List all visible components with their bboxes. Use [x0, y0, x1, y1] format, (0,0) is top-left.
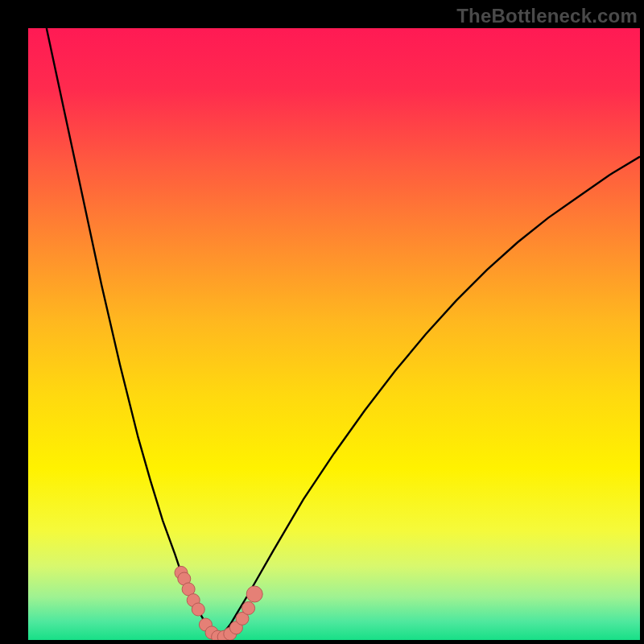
chart-frame: TheBottleneck.com — [0, 0, 644, 644]
gradient-background — [28, 28, 640, 640]
marker-point — [246, 586, 262, 602]
chart-svg — [28, 28, 640, 640]
chart-plot-area — [28, 28, 640, 640]
watermark-text: TheBottleneck.com — [456, 5, 638, 27]
marker-point — [242, 601, 255, 614]
marker-point — [192, 603, 204, 616]
